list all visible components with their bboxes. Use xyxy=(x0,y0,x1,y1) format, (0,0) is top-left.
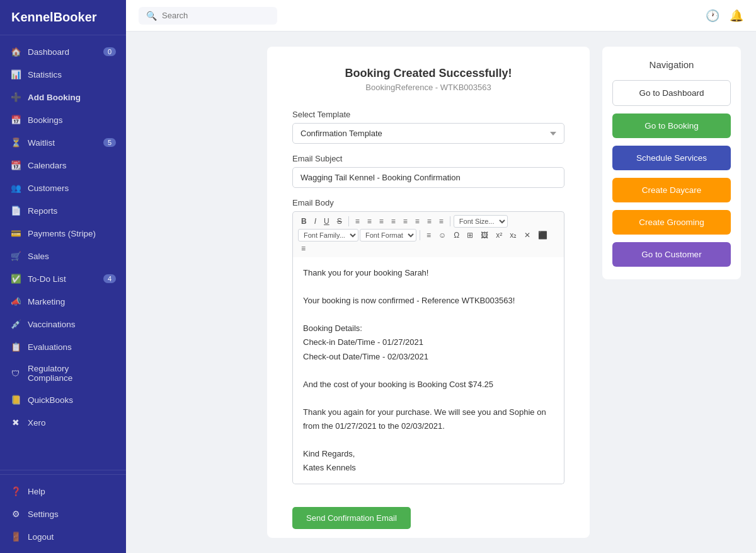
calendar-alt-icon: 📆 xyxy=(10,160,21,171)
sidebar-bottom: ❓ Help ⚙ Settings 🚪 Logout xyxy=(0,474,126,553)
subject-label: Email Subject xyxy=(292,154,564,163)
sidebar-item-marketing[interactable]: 📣 Marketing xyxy=(0,290,126,313)
sidebar-label-vaccinations: Vaccinations xyxy=(28,320,76,329)
sidebar-item-settings[interactable]: ⚙ Settings xyxy=(0,503,126,525)
sidebar-item-statistics[interactable]: 📊 Statistics xyxy=(0,63,126,86)
search-wrap[interactable]: 🔍 xyxy=(139,7,277,25)
sidebar-label-sales: Sales xyxy=(28,252,49,261)
sidebar-label-calendars: Calendars xyxy=(28,161,67,170)
cog-icon: ⚙ xyxy=(10,508,21,520)
format-btn[interactable]: ≡ xyxy=(298,243,309,254)
sidebar-item-payments[interactable]: 💳 Payments (Stripe) xyxy=(0,222,126,245)
sidebar-item-quickbooks[interactable]: 📒 QuickBooks xyxy=(0,388,126,411)
clear-btn[interactable]: ✕ xyxy=(521,230,534,241)
booking-card: Booking Created Successfully! BookingRef… xyxy=(267,47,590,538)
align-center-btn[interactable]: ≡ xyxy=(364,216,375,227)
go-booking-button[interactable]: Go to Booking xyxy=(612,114,731,138)
font-format-select[interactable]: Font Format xyxy=(360,229,416,242)
indent-btn[interactable]: ≡ xyxy=(436,216,447,227)
clock-icon[interactable]: 🕐 xyxy=(706,9,719,23)
sidebar-label-settings: Settings xyxy=(28,509,59,519)
sidebar-item-bookings[interactable]: 📅 Bookings xyxy=(0,108,126,131)
sidebar-nav: 🏠 Dashboard 0 📊 Statistics ➕ Add Booking… xyxy=(0,35,126,466)
align-left-btn[interactable]: ≡ xyxy=(352,216,363,227)
search-input[interactable] xyxy=(162,11,263,20)
more-btn1[interactable]: ≡ xyxy=(423,230,434,241)
sidebar-label-marketing: Marketing xyxy=(28,297,65,306)
search-icon: 🔍 xyxy=(146,11,157,21)
chart-bar-icon: 📊 xyxy=(10,69,21,80)
sidebar-item-evaluations[interactable]: 📋 Evaluations xyxy=(0,335,126,358)
align-right-btn[interactable]: ≡ xyxy=(376,216,387,227)
shopping-cart-icon: 🛒 xyxy=(10,250,21,262)
card-title: Booking Created Successfully! xyxy=(292,67,564,80)
template-select[interactable]: Confirmation Template xyxy=(292,123,564,144)
underline-btn[interactable]: U xyxy=(321,216,333,227)
create-daycare-button[interactable]: Create Daycare xyxy=(612,178,731,202)
subject-group: Email Subject xyxy=(292,154,564,188)
table-btn[interactable]: ⊞ xyxy=(464,230,476,241)
send-email-button[interactable]: Send Confirmation Email xyxy=(292,507,411,529)
sidebar-item-add-booking[interactable]: ➕ Add Booking xyxy=(0,86,126,108)
card-subtitle: BookingReference - WTKB003563 xyxy=(292,83,564,92)
bold-btn[interactable]: B xyxy=(298,216,310,227)
topbar-right: 🕐 🔔 xyxy=(706,9,743,23)
sign-out-icon: 🚪 xyxy=(10,531,21,542)
list2-btn[interactable]: ≡ xyxy=(412,216,423,227)
emoji-btn[interactable]: ☺ xyxy=(435,230,449,241)
body-group: Email Body B I U S ≡ ≡ ≡ ≡ ≡ ≡ ≡ ≡ Font … xyxy=(292,198,564,484)
sep1 xyxy=(348,216,349,226)
font-family-select[interactable]: Font Family... xyxy=(298,229,358,242)
bullhorn-icon: 📣 xyxy=(10,296,21,307)
sidebar-label-xero: Xero xyxy=(28,418,46,428)
sidebar-label-quickbooks: QuickBooks xyxy=(28,395,73,405)
subject-input[interactable] xyxy=(292,167,564,188)
sidebar-label-reports: Reports xyxy=(28,206,57,216)
nav-panel: Navigation Go to DashboardGo to BookingS… xyxy=(602,47,741,538)
badge-waitlist: 5 xyxy=(103,138,116,147)
badge-todo: 4 xyxy=(103,274,116,283)
shield-icon: 🛡 xyxy=(10,368,21,379)
sidebar-item-xero[interactable]: ✖ Xero xyxy=(0,411,126,434)
sidebar-item-vaccinations[interactable]: 💉 Vaccinations xyxy=(0,313,126,335)
sidebar-label-logout: Logout xyxy=(28,532,54,542)
sidebar-item-sales[interactable]: 🛒 Sales xyxy=(0,245,126,267)
sidebar-label-regulatory: Regulatory Compliance xyxy=(28,364,116,383)
topbar: 🔍 🕐 🔔 xyxy=(126,0,756,32)
sidebar-item-todo[interactable]: ✅ To-Do List 4 xyxy=(0,267,126,290)
strikethrough-btn[interactable]: S xyxy=(334,216,345,227)
subscript-btn[interactable]: x₂ xyxy=(507,230,520,241)
sidebar-item-help[interactable]: ❓ Help xyxy=(0,480,126,503)
sidebar-item-logout[interactable]: 🚪 Logout xyxy=(0,525,126,548)
create-grooming-button[interactable]: Create Grooming xyxy=(612,210,731,235)
sidebar-label-todo: To-Do List xyxy=(28,274,66,284)
list-btn[interactable]: ≡ xyxy=(400,216,411,227)
italic-btn[interactable]: I xyxy=(311,216,319,227)
go-dashboard-button[interactable]: Go to Dashboard xyxy=(612,80,731,106)
go-customer-button[interactable]: Go to Customer xyxy=(612,242,731,267)
editor-body[interactable]: Thank you for your booking Sarah! Your b… xyxy=(292,257,564,484)
schedule-services-button[interactable]: Schedule Services xyxy=(612,146,731,170)
template-group: Select Template Confirmation Template xyxy=(292,110,564,144)
superscript-btn[interactable]: x² xyxy=(493,230,505,241)
image-btn[interactable]: 🖼 xyxy=(478,230,491,241)
outdent-btn[interactable]: ≡ xyxy=(424,216,435,227)
sidebar-label-statistics: Statistics xyxy=(28,70,62,79)
sep3 xyxy=(420,230,420,240)
bell-icon[interactable]: 🔔 xyxy=(730,9,743,23)
align-justify-btn[interactable]: ≡ xyxy=(388,216,399,227)
sidebar-item-regulatory[interactable]: 🛡 Regulatory Compliance xyxy=(0,358,126,388)
sidebar-item-reports[interactable]: 📄 Reports xyxy=(0,199,126,222)
template-label: Select Template xyxy=(292,110,564,119)
brand-logo: KennelBooker xyxy=(0,0,126,35)
sidebar-item-customers[interactable]: 👥 Customers xyxy=(0,177,126,199)
sidebar-label-payments: Payments (Stripe) xyxy=(28,229,96,238)
source-btn[interactable]: ⬛ xyxy=(535,230,551,241)
sidebar-item-calendars[interactable]: 📆 Calendars xyxy=(0,154,126,177)
sidebar-item-waitlist[interactable]: ⏳ Waitlist 5 xyxy=(0,131,126,154)
font-size-select[interactable]: Font Size... xyxy=(454,215,508,228)
nav-panel-title: Navigation xyxy=(612,59,731,70)
special-btn[interactable]: Ω xyxy=(450,230,462,241)
sidebar-item-dashboard[interactable]: 🏠 Dashboard 0 xyxy=(0,40,126,63)
sidebar-label-evaluations: Evaluations xyxy=(28,342,72,352)
